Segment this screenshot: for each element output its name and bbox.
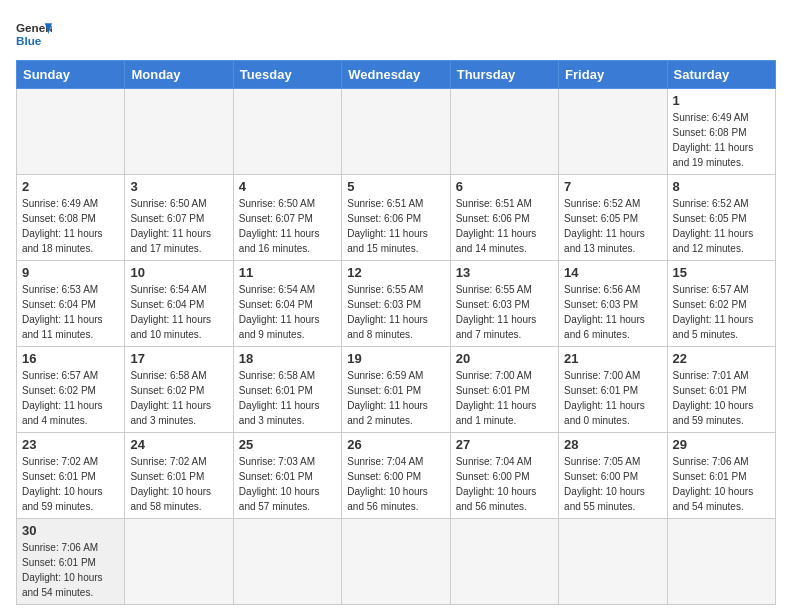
day-info: Sunrise: 7:02 AMSunset: 6:01 PMDaylight:… bbox=[22, 454, 119, 514]
day-info: Sunrise: 7:06 AMSunset: 6:01 PMDaylight:… bbox=[673, 454, 770, 514]
calendar-cell: 15Sunrise: 6:57 AMSunset: 6:02 PMDayligh… bbox=[667, 261, 775, 347]
day-number: 20 bbox=[456, 351, 553, 366]
day-info: Sunrise: 7:03 AMSunset: 6:01 PMDaylight:… bbox=[239, 454, 336, 514]
calendar-cell: 6Sunrise: 6:51 AMSunset: 6:06 PMDaylight… bbox=[450, 175, 558, 261]
calendar-cell: 20Sunrise: 7:00 AMSunset: 6:01 PMDayligh… bbox=[450, 347, 558, 433]
calendar-cell: 11Sunrise: 6:54 AMSunset: 6:04 PMDayligh… bbox=[233, 261, 341, 347]
day-info: Sunrise: 6:59 AMSunset: 6:01 PMDaylight:… bbox=[347, 368, 444, 428]
calendar-week-row: 9Sunrise: 6:53 AMSunset: 6:04 PMDaylight… bbox=[17, 261, 776, 347]
day-number: 22 bbox=[673, 351, 770, 366]
calendar-table: SundayMondayTuesdayWednesdayThursdayFrid… bbox=[16, 60, 776, 605]
day-info: Sunrise: 6:58 AMSunset: 6:01 PMDaylight:… bbox=[239, 368, 336, 428]
calendar-cell: 9Sunrise: 6:53 AMSunset: 6:04 PMDaylight… bbox=[17, 261, 125, 347]
calendar-cell: 19Sunrise: 6:59 AMSunset: 6:01 PMDayligh… bbox=[342, 347, 450, 433]
day-number: 12 bbox=[347, 265, 444, 280]
calendar-week-row: 23Sunrise: 7:02 AMSunset: 6:01 PMDayligh… bbox=[17, 433, 776, 519]
day-info: Sunrise: 6:55 AMSunset: 6:03 PMDaylight:… bbox=[347, 282, 444, 342]
calendar-cell bbox=[667, 519, 775, 605]
calendar-cell: 29Sunrise: 7:06 AMSunset: 6:01 PMDayligh… bbox=[667, 433, 775, 519]
day-number: 21 bbox=[564, 351, 661, 366]
day-number: 5 bbox=[347, 179, 444, 194]
day-number: 6 bbox=[456, 179, 553, 194]
calendar-cell: 24Sunrise: 7:02 AMSunset: 6:01 PMDayligh… bbox=[125, 433, 233, 519]
logo-icon: General Blue bbox=[16, 16, 52, 52]
day-number: 11 bbox=[239, 265, 336, 280]
day-info: Sunrise: 7:00 AMSunset: 6:01 PMDaylight:… bbox=[456, 368, 553, 428]
page-header: General Blue bbox=[16, 16, 776, 52]
calendar-cell: 7Sunrise: 6:52 AMSunset: 6:05 PMDaylight… bbox=[559, 175, 667, 261]
calendar-cell: 17Sunrise: 6:58 AMSunset: 6:02 PMDayligh… bbox=[125, 347, 233, 433]
calendar-cell: 26Sunrise: 7:04 AMSunset: 6:00 PMDayligh… bbox=[342, 433, 450, 519]
day-info: Sunrise: 6:51 AMSunset: 6:06 PMDaylight:… bbox=[347, 196, 444, 256]
day-info: Sunrise: 6:58 AMSunset: 6:02 PMDaylight:… bbox=[130, 368, 227, 428]
calendar-cell: 25Sunrise: 7:03 AMSunset: 6:01 PMDayligh… bbox=[233, 433, 341, 519]
day-number: 23 bbox=[22, 437, 119, 452]
calendar-cell: 5Sunrise: 6:51 AMSunset: 6:06 PMDaylight… bbox=[342, 175, 450, 261]
calendar-cell bbox=[342, 89, 450, 175]
day-number: 17 bbox=[130, 351, 227, 366]
weekday-header: Saturday bbox=[667, 61, 775, 89]
day-number: 7 bbox=[564, 179, 661, 194]
day-info: Sunrise: 6:49 AMSunset: 6:08 PMDaylight:… bbox=[22, 196, 119, 256]
day-info: Sunrise: 7:02 AMSunset: 6:01 PMDaylight:… bbox=[130, 454, 227, 514]
day-info: Sunrise: 6:49 AMSunset: 6:08 PMDaylight:… bbox=[673, 110, 770, 170]
day-info: Sunrise: 6:52 AMSunset: 6:05 PMDaylight:… bbox=[673, 196, 770, 256]
day-info: Sunrise: 6:50 AMSunset: 6:07 PMDaylight:… bbox=[130, 196, 227, 256]
weekday-header: Friday bbox=[559, 61, 667, 89]
day-number: 29 bbox=[673, 437, 770, 452]
calendar-cell bbox=[125, 519, 233, 605]
day-number: 25 bbox=[239, 437, 336, 452]
calendar-cell: 3Sunrise: 6:50 AMSunset: 6:07 PMDaylight… bbox=[125, 175, 233, 261]
day-info: Sunrise: 7:06 AMSunset: 6:01 PMDaylight:… bbox=[22, 540, 119, 600]
calendar-cell: 16Sunrise: 6:57 AMSunset: 6:02 PMDayligh… bbox=[17, 347, 125, 433]
day-info: Sunrise: 7:05 AMSunset: 6:00 PMDaylight:… bbox=[564, 454, 661, 514]
day-info: Sunrise: 6:55 AMSunset: 6:03 PMDaylight:… bbox=[456, 282, 553, 342]
calendar-week-row: 30Sunrise: 7:06 AMSunset: 6:01 PMDayligh… bbox=[17, 519, 776, 605]
day-number: 4 bbox=[239, 179, 336, 194]
day-info: Sunrise: 6:57 AMSunset: 6:02 PMDaylight:… bbox=[22, 368, 119, 428]
day-info: Sunrise: 6:57 AMSunset: 6:02 PMDaylight:… bbox=[673, 282, 770, 342]
calendar-cell: 14Sunrise: 6:56 AMSunset: 6:03 PMDayligh… bbox=[559, 261, 667, 347]
calendar-week-row: 1Sunrise: 6:49 AMSunset: 6:08 PMDaylight… bbox=[17, 89, 776, 175]
calendar-cell bbox=[450, 519, 558, 605]
calendar-cell: 1Sunrise: 6:49 AMSunset: 6:08 PMDaylight… bbox=[667, 89, 775, 175]
day-number: 30 bbox=[22, 523, 119, 538]
calendar-cell bbox=[125, 89, 233, 175]
calendar-cell: 13Sunrise: 6:55 AMSunset: 6:03 PMDayligh… bbox=[450, 261, 558, 347]
day-number: 28 bbox=[564, 437, 661, 452]
weekday-header: Wednesday bbox=[342, 61, 450, 89]
day-info: Sunrise: 6:51 AMSunset: 6:06 PMDaylight:… bbox=[456, 196, 553, 256]
calendar-cell bbox=[559, 519, 667, 605]
day-info: Sunrise: 6:54 AMSunset: 6:04 PMDaylight:… bbox=[130, 282, 227, 342]
calendar-week-row: 16Sunrise: 6:57 AMSunset: 6:02 PMDayligh… bbox=[17, 347, 776, 433]
calendar-cell: 28Sunrise: 7:05 AMSunset: 6:00 PMDayligh… bbox=[559, 433, 667, 519]
calendar-cell: 8Sunrise: 6:52 AMSunset: 6:05 PMDaylight… bbox=[667, 175, 775, 261]
calendar-week-row: 2Sunrise: 6:49 AMSunset: 6:08 PMDaylight… bbox=[17, 175, 776, 261]
day-number: 26 bbox=[347, 437, 444, 452]
calendar-cell bbox=[17, 89, 125, 175]
day-number: 9 bbox=[22, 265, 119, 280]
day-info: Sunrise: 6:52 AMSunset: 6:05 PMDaylight:… bbox=[564, 196, 661, 256]
day-number: 18 bbox=[239, 351, 336, 366]
calendar-cell bbox=[559, 89, 667, 175]
day-number: 2 bbox=[22, 179, 119, 194]
weekday-header: Tuesday bbox=[233, 61, 341, 89]
calendar-cell: 2Sunrise: 6:49 AMSunset: 6:08 PMDaylight… bbox=[17, 175, 125, 261]
day-number: 19 bbox=[347, 351, 444, 366]
weekday-header: Sunday bbox=[17, 61, 125, 89]
day-number: 27 bbox=[456, 437, 553, 452]
day-number: 24 bbox=[130, 437, 227, 452]
day-number: 1 bbox=[673, 93, 770, 108]
day-info: Sunrise: 6:53 AMSunset: 6:04 PMDaylight:… bbox=[22, 282, 119, 342]
svg-text:Blue: Blue bbox=[16, 34, 42, 47]
calendar-cell: 23Sunrise: 7:02 AMSunset: 6:01 PMDayligh… bbox=[17, 433, 125, 519]
day-info: Sunrise: 7:04 AMSunset: 6:00 PMDaylight:… bbox=[347, 454, 444, 514]
calendar-cell bbox=[450, 89, 558, 175]
weekday-header: Monday bbox=[125, 61, 233, 89]
calendar-cell: 4Sunrise: 6:50 AMSunset: 6:07 PMDaylight… bbox=[233, 175, 341, 261]
calendar-cell: 22Sunrise: 7:01 AMSunset: 6:01 PMDayligh… bbox=[667, 347, 775, 433]
weekday-header-row: SundayMondayTuesdayWednesdayThursdayFrid… bbox=[17, 61, 776, 89]
day-info: Sunrise: 7:04 AMSunset: 6:00 PMDaylight:… bbox=[456, 454, 553, 514]
calendar-cell bbox=[233, 89, 341, 175]
day-number: 10 bbox=[130, 265, 227, 280]
